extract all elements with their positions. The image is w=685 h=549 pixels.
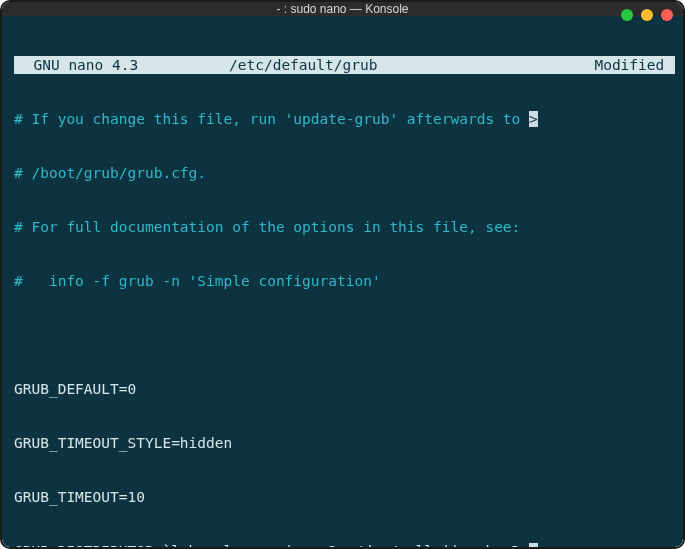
config-line: GRUB_TIMEOUT=10 <box>14 488 675 506</box>
comment-line: # /boot/grub/grub.cfg. <box>14 164 675 182</box>
comment-line: # For full documentation of the options … <box>14 218 675 236</box>
status: Modified <box>529 56 675 74</box>
maximize-icon[interactable] <box>641 9 653 21</box>
nano-header: GNU nano 4.3 /etc/default/grub Modified <box>14 56 675 74</box>
overflow-marker: > <box>529 543 538 547</box>
config-line: GRUB_DISTRIBUTOR=`lsb_release -i -s 2> /… <box>14 543 529 547</box>
close-icon[interactable] <box>661 9 673 21</box>
editor-area[interactable]: GNU nano 4.3 /etc/default/grub Modified … <box>2 16 683 547</box>
overflow-marker: > <box>529 111 538 127</box>
window-title: - : sudo nano — Konsole <box>276 2 408 16</box>
config-line: GRUB_TIMEOUT_STYLE=hidden <box>14 434 675 452</box>
app-version: GNU nano 4.3 <box>14 56 229 74</box>
comment-line: # If you change this file, run 'update-g… <box>14 111 529 127</box>
minimize-icon[interactable] <box>621 9 633 21</box>
config-line: GRUB_DEFAULT=0 <box>14 380 675 398</box>
comment-line: # info -f grub -n 'Simple configuration' <box>14 272 675 290</box>
window-controls <box>621 9 673 21</box>
title-bar: - : sudo nano — Konsole <box>2 2 683 16</box>
filename: /etc/default/grub <box>229 56 529 74</box>
terminal-window: - : sudo nano — Konsole GNU nano 4.3 /et… <box>2 2 683 547</box>
